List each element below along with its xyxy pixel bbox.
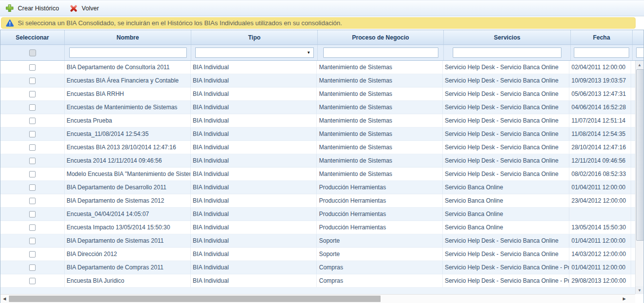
fecha-cell: 12/11/2014 09:46:56 — [569, 154, 631, 167]
proceso-cell: Compras — [317, 274, 442, 287]
proceso-cell: Mantenimiento de Sistemas — [317, 128, 442, 140]
row-checkbox[interactable] — [29, 211, 36, 217]
table-row: BIA Departamento de Sistemas 2011BIA Ind… — [0, 234, 635, 248]
proceso-filter-input[interactable] — [323, 47, 438, 58]
row-checkbox[interactable] — [29, 184, 36, 191]
fecha-cell: 01/04/2011 12:00:00 — [569, 261, 631, 274]
filler-cell — [631, 168, 635, 180]
nombre-cell: Encuestas BIA 2013 28/10/2014 12:47:16 — [65, 141, 191, 154]
fecha-cell: 29/08/2013 12:00:00 — [569, 274, 631, 287]
row-checkbox[interactable] — [29, 144, 36, 151]
tipo-filter-select[interactable]: ▼ — [195, 47, 314, 58]
chevron-down-icon: ▼ — [307, 50, 311, 55]
tipo-cell: BIA Individual — [191, 128, 317, 140]
filler-cell — [631, 221, 635, 234]
nombre-cell: BIA Departamento de Desarrollo 2011 — [65, 181, 191, 194]
tipo-cell: BIA Individual — [191, 274, 317, 287]
row-checkbox[interactable] — [29, 238, 36, 244]
scroll-down-icon[interactable]: ▼ — [636, 286, 644, 294]
fecha-filter-input[interactable] — [574, 47, 629, 58]
select-cell — [0, 154, 65, 167]
nombre-cell: BIA Departamento de Consultoría 2011 — [65, 61, 191, 74]
scroll-left-icon[interactable]: ◀ — [0, 295, 8, 303]
column-header-fecha[interactable]: Fecha — [571, 30, 633, 44]
column-header-servicios[interactable]: Servicios — [444, 30, 571, 44]
table-row: BIA Dirección 2012BIA IndividualSoporteS… — [0, 248, 635, 261]
servicios-cell: Servicio Help Desk - Servicio Banca Onli… — [443, 274, 569, 287]
select-cell — [0, 128, 65, 140]
scroll-up-icon[interactable]: ▲ — [636, 61, 644, 69]
add-plus-icon — [5, 4, 14, 12]
tipo-cell: BIA Individual — [191, 194, 317, 207]
volver-button[interactable]: Volver — [70, 4, 99, 12]
column-header-proceso[interactable]: Proceso de Negocio — [318, 30, 444, 44]
fecha-cell: 11/07/2014 12:51:14 — [569, 114, 631, 127]
nombre-cell: Encuestas BIA RRHH — [65, 87, 191, 100]
horizontal-scrollbar-thumb[interactable] — [9, 296, 381, 302]
volver-label: Volver — [82, 5, 99, 12]
vertical-scrollbar-thumb[interactable] — [636, 69, 644, 241]
filler-cell — [631, 181, 635, 194]
vertical-scrollbar[interactable]: ▲ ▼ — [635, 61, 644, 294]
proceso-cell: Mantenimiento de Sistemas — [317, 87, 442, 100]
tipo-cell: BIA Individual — [191, 74, 317, 87]
proceso-cell: Mantenimiento de Sistemas — [317, 74, 442, 87]
fecha-cell: 02/04/2011 12:00:00 — [569, 61, 631, 74]
row-checkbox[interactable] — [29, 104, 36, 111]
proceso-cell: Producción Herramientas — [317, 208, 442, 220]
scroll-right-icon[interactable]: ▶ — [620, 295, 628, 303]
filter-cell-servicios — [444, 45, 571, 60]
select-all-checkbox[interactable] — [29, 49, 36, 56]
fecha-cell: 14/03/2012 12:00:00 — [569, 248, 631, 260]
column-header-nombre[interactable]: Nombre — [65, 30, 191, 44]
select-cell — [0, 194, 65, 207]
row-checkbox[interactable] — [29, 91, 36, 97]
filler-cell — [631, 74, 635, 87]
nombre-cell: BIA Departamento de Compras 2011 — [65, 261, 191, 274]
row-checkbox[interactable] — [29, 278, 36, 284]
row-checkbox[interactable] — [29, 251, 36, 258]
row-checkbox[interactable] — [29, 131, 36, 137]
table-row: BIA Departamento de Consultoría 2011BIA … — [0, 61, 635, 74]
row-checkbox[interactable] — [29, 78, 36, 84]
fecha-cell: 28/10/2014 12:47:16 — [569, 141, 631, 154]
overflow-filter-input[interactable] — [636, 47, 644, 58]
tipo-cell: BIA Individual — [191, 154, 317, 167]
column-header-seleccionar[interactable]: Seleccionar — [0, 30, 65, 44]
servicios-cell: Servicio Banca Online — [443, 194, 569, 207]
servicios-cell: Servicio Help Desk - Servicio Banca Onli… — [443, 168, 569, 180]
column-header-tipo[interactable]: Tipo — [191, 30, 318, 44]
table-row: Encuesta_11/08/2014 12:54:35BIA Individu… — [0, 128, 635, 141]
row-checkbox[interactable] — [29, 171, 36, 177]
filler-cell — [631, 234, 635, 247]
fecha-cell: 10/09/2013 19:03:57 — [569, 74, 631, 87]
row-checkbox[interactable] — [29, 198, 36, 204]
tipo-cell: BIA Individual — [191, 248, 317, 260]
fecha-cell: 13/05/2014 15:50:30 — [569, 221, 631, 234]
banner-wrap: Si selecciona un BIA Consolidado, se inc… — [0, 16, 644, 30]
nombre-cell: Encuestas BIA Área Financiera y Contable — [65, 74, 191, 87]
row-checkbox[interactable] — [29, 158, 36, 164]
table-row: Encuesta_04/04/2014 14:05:07BIA Individu… — [0, 208, 635, 221]
select-cell — [0, 221, 65, 234]
crear-historico-button[interactable]: Crear Histórico — [5, 4, 59, 12]
table-row: Encuestas BIA RRHHBIA IndividualMantenim… — [0, 87, 635, 101]
row-checkbox[interactable] — [29, 224, 36, 231]
servicios-cell: Servicio Help Desk - Servicio Banca Onli… — [443, 87, 569, 100]
select-cell — [0, 61, 65, 74]
fecha-cell: 23/04/2012 12:00:00 — [569, 194, 631, 207]
table-row: BIA Departamento de Sistemas 2012BIA Ind… — [0, 194, 635, 208]
table-row: Encuesta PruebaBIA IndividualMantenimien… — [0, 114, 635, 128]
horizontal-scrollbar[interactable]: ◀ ▶ — [0, 294, 635, 303]
proceso-cell: Mantenimiento de Sistemas — [317, 61, 442, 74]
row-checkbox[interactable] — [29, 64, 36, 71]
servicios-cell: Servicio Help Desk - Servicio Banca Onli… — [443, 248, 569, 260]
row-checkbox[interactable] — [29, 264, 36, 271]
nombre-cell: BIA Departamento de Sistemas 2012 — [65, 194, 191, 207]
nombre-filter-input[interactable] — [69, 47, 187, 58]
nombre-cell: Encuesta Prueba — [65, 114, 191, 127]
filler-cell — [631, 141, 635, 154]
servicios-filter-input[interactable] — [453, 47, 561, 58]
nombre-cell: BIA Dirección 2012 — [65, 248, 191, 260]
row-checkbox[interactable] — [29, 118, 36, 124]
